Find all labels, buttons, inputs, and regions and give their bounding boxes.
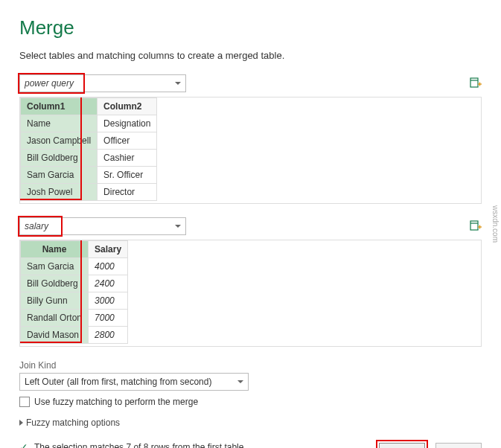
table-row[interactable]: Randall Orton7000 bbox=[21, 310, 128, 327]
fuzzy-options-label: Fuzzy matching options bbox=[26, 417, 120, 428]
join-kind-dropdown[interactable]: Left Outer (all from first, matching fro… bbox=[19, 373, 249, 391]
add-table-icon[interactable] bbox=[470, 77, 482, 89]
fuzzy-options-expander[interactable]: Fuzzy matching options bbox=[19, 417, 482, 428]
table1-container: Column1 Column2 NameDesignation Jason Ca… bbox=[19, 97, 482, 204]
ok-button[interactable]: OK bbox=[379, 443, 425, 448]
chevron-down-icon bbox=[175, 225, 181, 228]
cancel-button[interactable]: Cancel bbox=[435, 443, 482, 448]
fuzzy-checkbox[interactable] bbox=[19, 397, 30, 407]
watermark: wsxdn.com bbox=[491, 205, 500, 243]
table1[interactable]: Column1 Column2 NameDesignation Jason Ca… bbox=[20, 97, 157, 201]
check-icon: ✓ bbox=[19, 441, 28, 448]
fuzzy-checkbox-row: Use fuzzy matching to perform the merge bbox=[19, 397, 482, 407]
table2-container: Name Salary Sam Garcia4000 Bill Goldberg… bbox=[19, 240, 482, 347]
source2-dropdown[interactable]: salary bbox=[19, 217, 186, 235]
fuzzy-checkbox-label: Use fuzzy matching to perform the merge bbox=[34, 397, 198, 407]
source1-row: power query bbox=[19, 74, 482, 92]
page-title: Merge bbox=[19, 16, 482, 39]
chevron-down-icon bbox=[237, 380, 243, 383]
svg-rect-4 bbox=[470, 221, 478, 230]
table-row[interactable]: Bill GoldbergCashier bbox=[21, 150, 157, 167]
table-row[interactable]: Sam GarciaSr. Officer bbox=[21, 167, 157, 184]
table-row[interactable]: David Mason2800 bbox=[21, 327, 128, 344]
table2[interactable]: Name Salary Sam Garcia4000 Bill Goldberg… bbox=[20, 240, 128, 344]
table-row[interactable]: Jason CampbellOfficer bbox=[21, 132, 157, 150]
join-kind-value: Left Outer (all from first, matching fro… bbox=[25, 377, 211, 387]
chevron-down-icon bbox=[175, 82, 181, 85]
table-row[interactable]: Bill Goldberg2400 bbox=[21, 275, 128, 292]
table2-header-col1[interactable]: Name bbox=[21, 241, 89, 258]
table2-header-col2[interactable]: Salary bbox=[89, 241, 128, 258]
table1-header-col1[interactable]: Column1 bbox=[21, 98, 98, 115]
table-row[interactable]: Sam Garcia4000 bbox=[21, 258, 128, 275]
source1-dropdown[interactable]: power query bbox=[19, 74, 186, 92]
svg-rect-0 bbox=[470, 78, 478, 87]
add-table-icon[interactable] bbox=[470, 220, 482, 232]
source2-value: salary bbox=[25, 221, 48, 231]
table-row[interactable]: Billy Gunn3000 bbox=[21, 292, 128, 310]
table-row[interactable]: NameDesignation bbox=[21, 115, 157, 132]
table-row[interactable]: Josh PowelDirector bbox=[21, 184, 157, 201]
source2-row: salary bbox=[19, 217, 482, 235]
join-kind-label: Join Kind bbox=[19, 360, 482, 371]
table1-header-col2[interactable]: Column2 bbox=[98, 98, 157, 115]
source1-value: power query bbox=[25, 78, 74, 89]
status-text: The selection matches 7 of 8 rows from t… bbox=[34, 442, 246, 448]
chevron-right-icon bbox=[19, 420, 23, 426]
page-description: Select tables and matching columns to cr… bbox=[19, 50, 482, 61]
